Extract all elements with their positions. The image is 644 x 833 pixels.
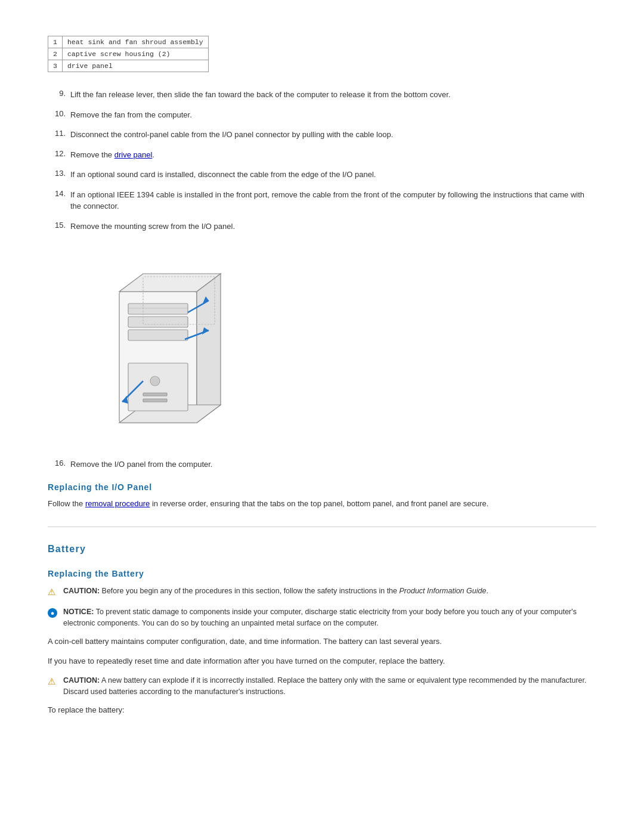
replacing-battery-heading: Replacing the Battery [48, 569, 596, 578]
notice-circle: ● [48, 608, 57, 618]
caution-1-text: CAUTION: Before you begin any of the pro… [63, 586, 488, 597]
row-num: 3 [48, 60, 63, 72]
step-10: 10. Remove the fan from the computer. [48, 109, 596, 121]
step-number: 14. [48, 189, 66, 212]
row-num: 1 [48, 36, 63, 48]
step-14: 14. If an optional IEEE 1394 cable is in… [48, 189, 596, 212]
step-number: 12. [48, 149, 66, 161]
battery-heading: Battery [48, 544, 596, 555]
replacing-io-heading: Replacing the I/O Panel [48, 482, 596, 492]
step-text: If an optional sound card is installed, … [70, 169, 376, 181]
notice-icon: ● [48, 607, 58, 618]
battery-para-2: If you have to repeatedly reset time and… [48, 655, 596, 668]
step-number: 16. [48, 459, 66, 470]
computer-diagram [83, 244, 274, 447]
step-9: 9. Lift the fan release lever, then slid… [48, 89, 596, 101]
svg-rect-10 [143, 399, 167, 402]
replacing-io-text: Follow the removal procedure in reverse … [48, 498, 596, 510]
step-text: Remove the mounting screw from the I/O p… [70, 221, 235, 233]
svg-marker-2 [197, 274, 221, 423]
caution-icon-2: ⚠ [48, 675, 58, 689]
row-label: drive panel [62, 60, 208, 72]
row-label: heat sink and fan shroud assembly [62, 36, 208, 48]
diagram-container [83, 244, 274, 447]
step-text: Remove the I/O panel from the computer. [70, 459, 212, 470]
drive-panel-link[interactable]: drive panel [114, 150, 153, 159]
notice-text: NOTICE: To prevent static damage to comp… [63, 606, 596, 629]
row-label: captive screw housing (2) [62, 48, 208, 60]
step-number: 9. [48, 89, 66, 101]
table-row: 1 heat sink and fan shroud assembly [48, 36, 209, 48]
svg-rect-4 [128, 304, 188, 314]
svg-rect-6 [128, 330, 188, 340]
step-number: 15. [48, 221, 66, 233]
caution-2-text: CAUTION: A new battery can explode if it… [63, 675, 596, 698]
parts-table: 1 heat sink and fan shroud assembly 2 ca… [48, 36, 209, 72]
table-row: 3 drive panel [48, 60, 209, 72]
replacing-battery-section: Replacing the Battery ⚠ CAUTION: Before … [48, 569, 596, 717]
step-number: 11. [48, 129, 66, 141]
step-text: Remove the fan from the computer. [70, 109, 192, 121]
svg-rect-9 [143, 393, 167, 396]
step-13: 13. If an optional sound card is install… [48, 169, 596, 181]
step-11: 11. Disconnect the control-panel cable f… [48, 129, 596, 141]
caution-1-block: ⚠ CAUTION: Before you begin any of the p… [48, 586, 596, 599]
step-text: Lift the fan release lever, then slide t… [70, 89, 450, 101]
step-number: 10. [48, 109, 66, 121]
step-text: Remove the drive panel. [70, 149, 154, 161]
battery-para-1: A coin-cell battery maintains computer c… [48, 636, 596, 648]
row-num: 2 [48, 48, 63, 60]
svg-rect-5 [128, 317, 188, 327]
step-16: 16. Remove the I/O panel from the comput… [48, 459, 596, 470]
notice-block: ● NOTICE: To prevent static damage to co… [48, 606, 596, 629]
removal-procedure-link[interactable]: removal procedure [85, 499, 150, 508]
battery-section: Battery [48, 544, 596, 555]
caution-2-block: ⚠ CAUTION: A new battery can explode if … [48, 675, 596, 698]
section-divider [48, 527, 596, 527]
replacing-io-section: Replacing the I/O Panel Follow the remov… [48, 482, 596, 510]
svg-point-8 [150, 376, 160, 386]
caution-icon-1: ⚠ [48, 586, 58, 599]
step-text: Disconnect the control-panel cable from … [70, 129, 393, 141]
step-12: 12. Remove the drive panel. [48, 149, 596, 161]
step-text: If an optional IEEE 1394 cable is instal… [70, 189, 596, 212]
step-number: 13. [48, 169, 66, 181]
to-replace-battery-text: To replace the battery: [48, 704, 596, 717]
step-15: 15. Remove the mounting screw from the I… [48, 221, 596, 233]
table-row: 2 captive screw housing (2) [48, 48, 209, 60]
